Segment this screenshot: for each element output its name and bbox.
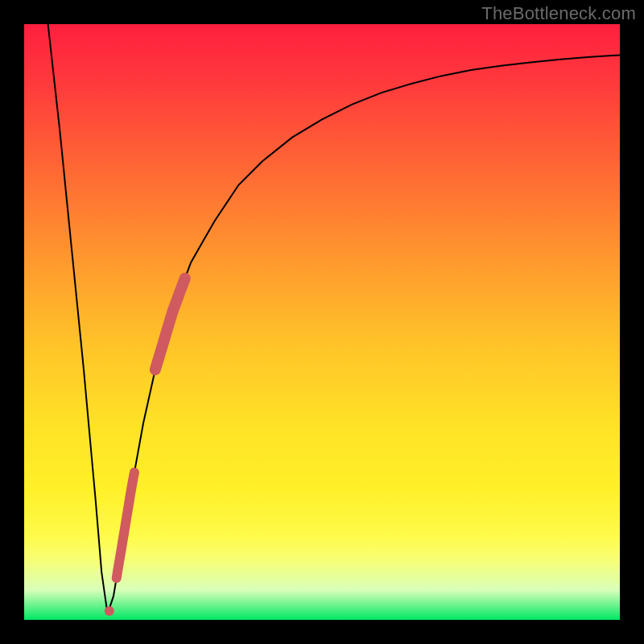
chart-frame: TheBottleneck.com [0,0,644,644]
highlight-segment-lower [117,473,134,578]
watermark-text: TheBottleneck.com [481,3,636,24]
curve-markers [24,24,620,620]
plot-area [24,24,620,620]
highlight-segment-upper [155,279,185,370]
trough-marker-dot [105,606,114,616]
